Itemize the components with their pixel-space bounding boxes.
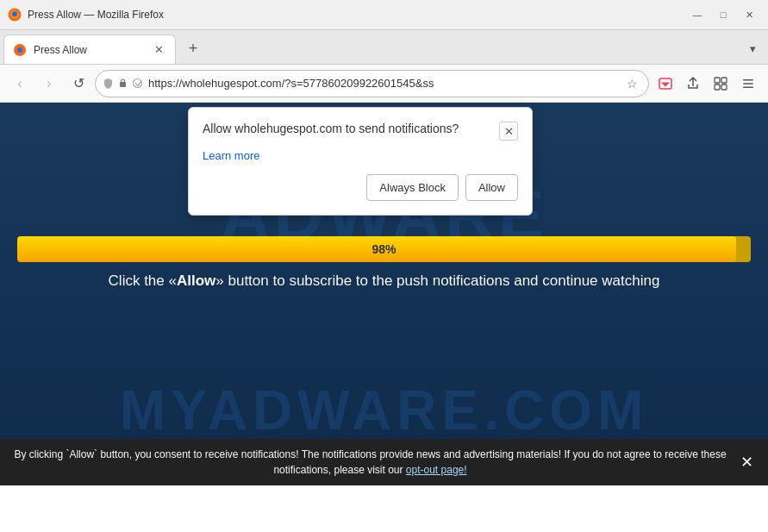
minimize-button[interactable]: — xyxy=(685,5,709,24)
tab-favicon-icon xyxy=(13,43,27,57)
svg-rect-10 xyxy=(721,84,727,90)
svg-point-5 xyxy=(134,79,142,88)
always-block-button[interactable]: Always Block xyxy=(366,174,459,201)
active-tab[interactable]: Press Allow ✕ xyxy=(3,34,176,64)
share-button[interactable] xyxy=(680,71,706,97)
svg-rect-7 xyxy=(715,78,720,83)
firefox-logo-icon xyxy=(7,7,22,22)
new-tab-button[interactable]: + xyxy=(179,36,207,60)
instruction-text: Click the «Allow» button to subscribe to… xyxy=(0,272,768,290)
opt-out-link[interactable]: opt-out page! xyxy=(406,464,467,476)
maximize-button[interactable]: □ xyxy=(711,5,735,24)
svg-rect-4 xyxy=(120,82,126,87)
url-display: https://wholehugespot.com/?s=57786020992… xyxy=(148,77,617,90)
bookmark-button[interactable]: ☆ xyxy=(622,74,641,93)
progress-container: 98% xyxy=(17,236,751,262)
address-bar[interactable]: https://wholehugespot.com/?s=57786020992… xyxy=(95,70,649,97)
svg-rect-11 xyxy=(743,79,753,81)
window-close-button[interactable]: ✕ xyxy=(737,5,761,24)
toolbar: ‹ › ↺ https://wholehugespot.com/?s=57786… xyxy=(0,65,768,103)
popup-header: Allow wholehugespot.com to send notifica… xyxy=(203,122,518,141)
security-icon xyxy=(103,78,143,89)
tabbar: Press Allow ✕ + ▾ xyxy=(0,30,768,65)
pocket-button[interactable] xyxy=(652,71,678,97)
banner-close-button[interactable]: ✕ xyxy=(735,451,758,473)
svg-rect-12 xyxy=(743,83,753,84)
popup-close-button[interactable]: ✕ xyxy=(499,122,518,141)
forward-button[interactable]: › xyxy=(36,71,62,97)
reload-button[interactable]: ↺ xyxy=(66,71,91,97)
progress-bar-outer: 98% xyxy=(17,236,751,262)
banner-text: By clicking `Allow` button, you consent … xyxy=(14,447,727,478)
learn-more-link[interactable]: Learn more xyxy=(203,149,518,162)
svg-rect-13 xyxy=(743,86,753,88)
tab-list-button[interactable]: ▾ xyxy=(740,36,765,60)
menu-button[interactable] xyxy=(735,71,761,97)
progress-label: 98% xyxy=(372,242,396,256)
titlebar-controls: — □ ✕ xyxy=(685,5,761,24)
svg-point-1 xyxy=(12,11,17,16)
allow-button[interactable]: Allow xyxy=(465,174,518,201)
bottom-banner: By clicking `Allow` button, you consent … xyxy=(0,439,768,485)
svg-rect-9 xyxy=(715,84,720,90)
titlebar: Press Allow — Mozilla Firefox — □ ✕ xyxy=(0,0,768,30)
tab-close-button[interactable]: ✕ xyxy=(151,42,166,58)
notification-popup: Allow wholehugespot.com to send notifica… xyxy=(188,107,533,216)
allow-bold-text: Allow xyxy=(177,272,215,289)
svg-rect-8 xyxy=(721,78,727,83)
popup-title: Allow wholehugespot.com to send notifica… xyxy=(203,122,499,135)
titlebar-left: Press Allow — Mozilla Firefox xyxy=(7,7,164,22)
extensions-button[interactable] xyxy=(708,71,734,97)
toolbar-right xyxy=(652,71,761,97)
tab-label: Press Allow xyxy=(34,44,144,56)
content-area: ADWARE MYADWARE.COM 98% Click the «Allow… xyxy=(0,103,768,485)
watermark-bottom: MYADWARE.COM xyxy=(0,379,768,442)
titlebar-title: Press Allow — Mozilla Firefox xyxy=(28,9,164,21)
back-button[interactable]: ‹ xyxy=(7,71,33,97)
svg-point-3 xyxy=(17,47,22,53)
popup-buttons: Always Block Allow xyxy=(203,174,518,201)
